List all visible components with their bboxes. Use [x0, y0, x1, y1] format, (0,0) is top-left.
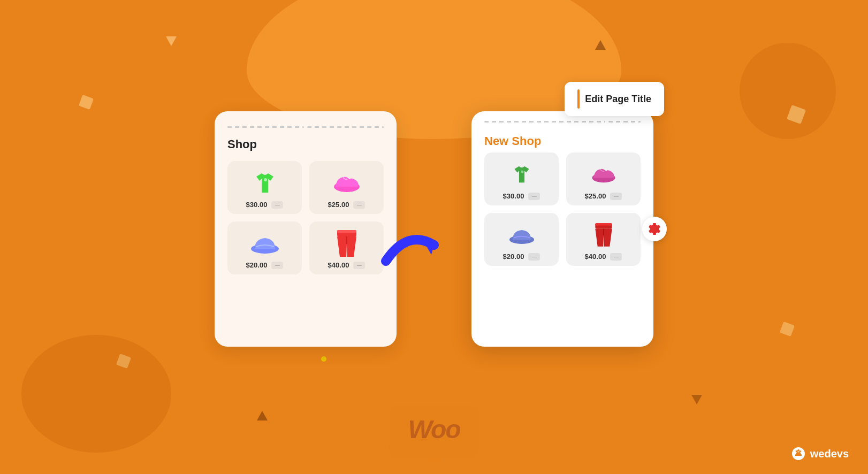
- main-content: Shop $30.00 —: [0, 0, 868, 474]
- new-product-price-4: $40.00: [585, 253, 606, 261]
- product-btn-2[interactable]: —: [353, 201, 365, 209]
- new-product-price-1: $30.00: [503, 192, 524, 200]
- product-cell-3: $20.00 —: [227, 221, 302, 274]
- wedevs-logo: wedevs: [791, 446, 849, 461]
- new-product-price-row-4: $40.00 —: [573, 253, 634, 261]
- svg-point-0: [264, 178, 267, 181]
- new-product-price-2: $25.00: [585, 192, 606, 200]
- dashed-line-left: [227, 126, 304, 128]
- right-card-inner: $30.00 —: [471, 152, 653, 279]
- new-product-btn-4[interactable]: —: [610, 253, 622, 261]
- dashed-line-right-1: [484, 121, 605, 123]
- svg-rect-12: [595, 223, 612, 225]
- product-cell-1: $30.00 —: [227, 161, 302, 214]
- right-card-title: New Shop: [471, 126, 653, 152]
- product-btn-4[interactable]: —: [353, 262, 365, 269]
- product-price-row-1: $30.00 —: [234, 201, 295, 209]
- product-emoji-1: [251, 170, 279, 196]
- product-btn-1[interactable]: —: [271, 201, 283, 209]
- new-product-price-row-2: $25.00 —: [573, 192, 634, 200]
- new-product-emoji-3: [509, 221, 535, 248]
- new-product-cell-2: $25.00 —: [566, 152, 641, 205]
- new-product-cell-1: $30.00 —: [484, 152, 559, 205]
- product-price-2: $25.00: [328, 201, 349, 209]
- new-product-price-row-1: $30.00 —: [491, 192, 552, 200]
- product-btn-3[interactable]: —: [271, 262, 283, 269]
- product-cell-2: $25.00 —: [309, 161, 384, 214]
- wedevs-text: wedevs: [810, 448, 849, 460]
- product-price-4: $40.00: [328, 261, 349, 269]
- new-product-btn-1[interactable]: —: [528, 193, 540, 200]
- new-product-emoji-4: [593, 221, 614, 248]
- new-product-price-row-3: $20.00 —: [491, 253, 552, 261]
- right-product-grid: $30.00 —: [484, 152, 641, 266]
- product-emoji-3: [250, 230, 279, 257]
- right-shop-card: Edit Page Title New Shop: [471, 111, 653, 347]
- product-price-3: $20.00: [246, 261, 268, 269]
- left-card-title: Shop: [227, 137, 384, 151]
- dashed-line-right-2: [608, 121, 641, 123]
- new-product-btn-2[interactable]: —: [610, 193, 622, 200]
- left-card-top-bar: [227, 124, 384, 128]
- new-product-btn-3[interactable]: —: [528, 253, 540, 261]
- wedevs-logo-icon: [791, 446, 806, 461]
- edit-title-text: Edit Page Title: [585, 94, 651, 105]
- svg-point-7: [521, 170, 523, 173]
- product-emoji-2: [331, 170, 362, 196]
- new-product-emoji-1: [510, 161, 534, 188]
- new-product-cell-3: $20.00 —: [484, 213, 559, 266]
- product-price-row-3: $20.00 —: [234, 261, 295, 269]
- svg-rect-5: [337, 230, 356, 233]
- product-price-row-4: $40.00 —: [316, 261, 377, 269]
- product-cell-4: $40.00 —: [309, 221, 384, 274]
- edit-title-accent: [577, 89, 580, 109]
- left-product-grid: $30.00 — $25.00 —: [227, 161, 384, 274]
- new-product-cell-4: $40.00 —: [566, 213, 641, 266]
- woo-bubble: Woo: [389, 405, 479, 458]
- gear-button[interactable]: [642, 217, 667, 241]
- dashed-line-right: [307, 126, 384, 128]
- new-product-price-3: $20.00: [503, 253, 524, 261]
- curved-arrow: [375, 218, 445, 277]
- product-price-row-2: $25.00 —: [316, 201, 377, 209]
- left-shop-card: Shop $30.00 —: [215, 111, 397, 347]
- gear-icon: [648, 222, 661, 236]
- product-emoji-4: [334, 230, 359, 257]
- cards-wrapper: Shop $30.00 —: [215, 111, 653, 347]
- product-price-1: $30.00: [246, 201, 268, 209]
- new-product-emoji-2: [590, 161, 618, 188]
- woo-text: Woo: [408, 415, 460, 444]
- edit-title-popup: Edit Page Title: [565, 82, 664, 116]
